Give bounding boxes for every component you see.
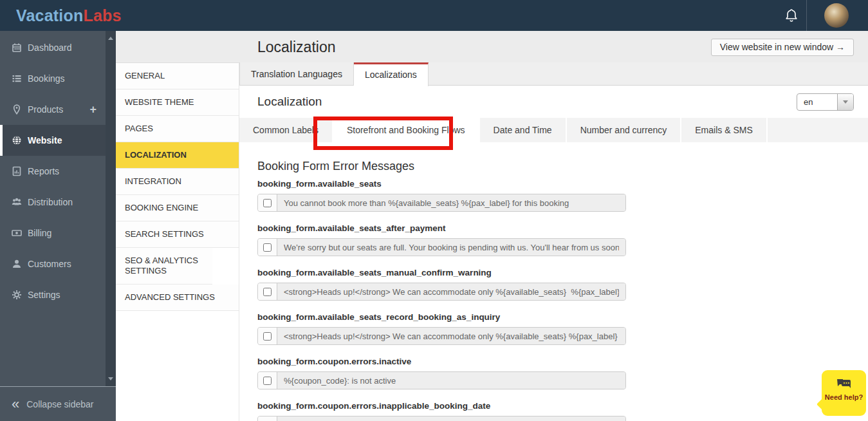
language-select-button[interactable]: [837, 94, 853, 110]
sidebar-item-settings[interactable]: Settings: [0, 279, 116, 310]
sidebar-item-label: Settings: [28, 290, 60, 300]
people-icon: [12, 197, 22, 207]
sidebar-item-reports[interactable]: Reports: [0, 156, 116, 187]
subtab-common-labels[interactable]: Common Labels: [239, 118, 333, 142]
need-help-widget[interactable]: Need help?: [822, 370, 866, 416]
translation-input[interactable]: [277, 283, 625, 300]
sidebar-item-customers[interactable]: Customers: [0, 248, 116, 279]
top-navbar: VacationLabs: [0, 0, 868, 31]
localization-tabs: Translation Languages Localizations: [239, 62, 868, 86]
override-checkbox-addon: [258, 328, 277, 344]
app-window: VacationLabs Dashboard Bookings Products…: [0, 0, 868, 421]
section-title: Localization: [257, 95, 322, 109]
override-checkbox-addon: [258, 372, 277, 389]
scroll-down-icon[interactable]: [108, 377, 113, 380]
translation-input[interactable]: [277, 372, 625, 389]
list-icon: [12, 73, 22, 84]
sidebar-item-bookings[interactable]: Bookings: [0, 63, 116, 94]
sidebar-item-label: Reports: [28, 166, 59, 176]
field-input-group: [257, 327, 626, 345]
sidebar-item-label: Billing: [28, 228, 51, 238]
banknote-icon: [12, 228, 22, 238]
translation-input[interactable]: [277, 194, 625, 211]
sidebar-item-label: Bookings: [28, 73, 65, 84]
submenu-item-seo-analytics[interactable]: SEO & ANALYTICS SETTINGS: [116, 248, 212, 285]
logo-part-vacation: Vacation: [16, 6, 83, 24]
field-key-label: booking_form.coupon.errors.inactive: [257, 357, 629, 366]
sidebar-item-label: Distribution: [28, 197, 73, 207]
sidebar-item-distribution[interactable]: Distribution: [0, 187, 116, 218]
override-checkbox[interactable]: [263, 288, 272, 296]
override-checkbox-addon: [258, 283, 277, 300]
subtab-date-and-time[interactable]: Date and Time: [480, 118, 567, 142]
override-checkbox[interactable]: [263, 199, 272, 207]
user-icon: [12, 259, 22, 269]
field-input-group: [257, 283, 626, 301]
main-sidebar: Dashboard Bookings Products + Website Re…: [0, 31, 116, 421]
submenu-item-advanced-settings[interactable]: ADVANCED SETTINGS: [116, 285, 239, 311]
subtab-emails-sms[interactable]: Emails & SMS: [681, 118, 767, 142]
website-settings-menu: GENERAL WEBSITE THEME PAGES LOCALIZATION…: [116, 62, 239, 421]
subtab-storefront-booking-flows[interactable]: Storefront and Booking Flows: [333, 118, 480, 142]
sidebar-item-billing[interactable]: Billing: [0, 218, 116, 248]
add-product-plus-icon[interactable]: +: [89, 103, 97, 117]
tab-translation-languages[interactable]: Translation Languages: [240, 62, 354, 86]
globe-icon: [12, 135, 22, 145]
override-checkbox-addon: [258, 239, 277, 256]
language-select-value: en: [797, 94, 837, 110]
submenu-item-website-theme[interactable]: WEBSITE THEME: [116, 89, 239, 116]
translation-input[interactable]: [277, 328, 625, 344]
language-select[interactable]: en: [797, 93, 854, 111]
submenu-item-localization[interactable]: LOCALIZATION: [116, 142, 239, 169]
pin-icon: [12, 104, 22, 115]
field-key-label: booking_form.available_seats: [257, 180, 629, 189]
brand-logo[interactable]: VacationLabs: [16, 0, 122, 31]
field-input-group: [257, 371, 626, 389]
field-input-group: [257, 194, 626, 212]
sidebar-item-products[interactable]: Products +: [0, 94, 116, 125]
page-header-band: Localization View website in new window …: [116, 31, 868, 62]
submenu-item-integration[interactable]: INTEGRATION: [116, 169, 239, 195]
submenu-item-general[interactable]: GENERAL: [116, 63, 239, 89]
sidebar-item-label: Products: [28, 104, 63, 115]
sidebar-scrollbar[interactable]: [106, 31, 116, 386]
field-input-group: [257, 416, 626, 421]
tab-localizations[interactable]: Localizations: [354, 62, 429, 86]
fields-heading: Booking Form Error Messages: [257, 158, 629, 174]
chat-bubbles-icon: [822, 377, 866, 391]
submenu-item-pages[interactable]: PAGES: [116, 116, 239, 142]
collapse-sidebar-button[interactable]: « Collapse sidebar: [0, 387, 116, 421]
sidebar-item-website[interactable]: Website: [0, 125, 116, 156]
booking-form-error-messages-section: Booking Form Error Messages booking_form…: [257, 158, 629, 421]
report-icon: [12, 166, 22, 176]
translation-input[interactable]: [277, 416, 625, 421]
user-avatar[interactable]: [824, 3, 849, 28]
override-checkbox[interactable]: [263, 243, 272, 252]
translation-input[interactable]: [277, 239, 625, 256]
logo-part-labs: Labs: [83, 6, 121, 24]
field-input-group: [257, 238, 626, 256]
page-title: Localization: [257, 31, 335, 63]
view-website-button[interactable]: View website in new window →: [711, 39, 854, 56]
submenu-item-booking-engine[interactable]: BOOKING ENGINE: [116, 195, 239, 221]
sidebar-item-dashboard[interactable]: Dashboard: [0, 32, 116, 63]
chevron-down-icon: [843, 100, 848, 104]
field-key-label: booking_form.coupon.errors.inapplicable_…: [257, 402, 629, 411]
override-checkbox-addon: [258, 416, 277, 421]
field-key-label: booking_form.available_seats_record_book…: [257, 313, 629, 322]
submenu-item-search-settings[interactable]: SEARCH SETTINGS: [116, 221, 239, 248]
collapse-sidebar-label: Collapse sidebar: [26, 399, 93, 409]
override-checkbox[interactable]: [263, 332, 272, 341]
subtab-number-and-currency[interactable]: Number and currency: [567, 118, 682, 142]
override-checkbox-addon: [258, 194, 277, 211]
notifications-bell-icon[interactable]: [784, 8, 799, 23]
sidebar-item-label: Customers: [28, 259, 71, 269]
sidebar-item-label: Website: [28, 135, 62, 145]
scroll-up-icon[interactable]: [108, 37, 113, 40]
need-help-label: Need help?: [822, 393, 866, 401]
collapse-chevrons-icon: «: [12, 397, 19, 411]
override-checkbox[interactable]: [263, 377, 272, 385]
gear-icon: [12, 290, 22, 300]
field-key-label: booking_form.available_seats_manual_conf…: [257, 268, 629, 277]
sidebar-item-label: Dashboard: [28, 42, 72, 53]
